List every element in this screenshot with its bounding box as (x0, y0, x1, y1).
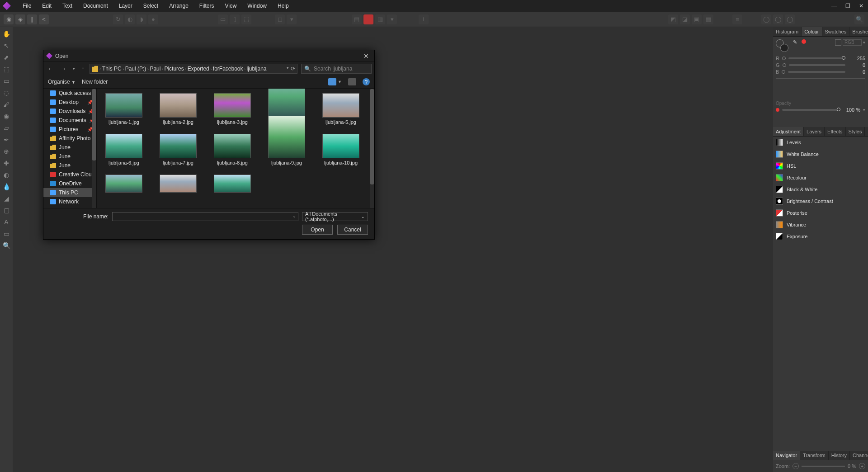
tool-icon[interactable]: ◯ (785, 14, 795, 24)
adjustment-brightness-contrast[interactable]: Brightness / Contrast (773, 195, 868, 207)
breadcrumb-segment[interactable]: Paul (150, 66, 160, 72)
breadcrumb-segment[interactable]: This PC (102, 66, 122, 72)
tool-icon[interactable]: ◯ (773, 14, 783, 24)
sidebar-item-creative-cloud-fil[interactable]: Creative Cloud Fil (43, 170, 96, 179)
blur-tool-icon[interactable]: 💧 (2, 183, 10, 191)
sidebar-item-quick-access[interactable]: Quick access (43, 89, 96, 98)
menu-document[interactable]: Document (78, 0, 113, 12)
tool-icon[interactable] (363, 14, 373, 24)
menu-edit[interactable]: Edit (37, 0, 57, 12)
open-button[interactable]: Open (302, 225, 333, 235)
tab-colour[interactable]: Colour (802, 27, 822, 36)
file-item[interactable]: ljubljana-1.jpg (105, 93, 143, 125)
sidebar-item-network[interactable]: Network (43, 197, 96, 206)
file-item[interactable]: ljubljana-5.jpg (322, 93, 360, 125)
persona-photo-icon[interactable]: ◉ (4, 14, 14, 24)
persona-export-icon[interactable]: < (39, 14, 49, 24)
preview-pane-button[interactable] (348, 78, 356, 85)
maximize-button[interactable]: ❐ (841, 0, 854, 12)
tool-icon[interactable]: ▭ (218, 14, 228, 24)
tab-histogram[interactable]: Histogram (773, 27, 802, 36)
close-button[interactable]: ✕ (854, 0, 868, 12)
tab-layers[interactable]: Layers (804, 127, 825, 136)
sidebar-item-desktop[interactable]: Desktop📌 (43, 98, 96, 107)
file-item[interactable]: ljubljana-10.jpg (322, 134, 360, 165)
r-slider[interactable] (788, 57, 845, 59)
breadcrumb-segment[interactable]: Pictures (164, 66, 184, 72)
persona-develop-icon[interactable]: ∥ (27, 14, 37, 24)
adjustment-white-balance[interactable]: White Balance (773, 148, 868, 160)
dialog-close-button[interactable]: ✕ (361, 52, 372, 60)
minimize-button[interactable]: — (827, 0, 841, 12)
sidebar-item-june[interactable]: June (43, 152, 96, 161)
file-item[interactable]: ljubljana-6.jpg (105, 134, 143, 165)
menu-layer[interactable]: Layer (113, 0, 138, 12)
tool-icon[interactable]: ◪ (680, 14, 690, 24)
adjustment-hsl[interactable]: HSL (773, 160, 868, 172)
tab-styles[interactable]: Styles (846, 127, 865, 136)
menu-arrange[interactable]: Arrange (164, 0, 194, 12)
file-item[interactable]: ljubljana-7.jpg (159, 134, 197, 165)
tab-adjustment[interactable]: Adjustment (773, 127, 804, 136)
adjustment-levels[interactable]: Levels (773, 137, 868, 148)
tool-icon[interactable]: i (419, 14, 429, 24)
breadcrumb-segment[interactable]: Exported (188, 66, 209, 72)
g-slider[interactable] (789, 64, 845, 66)
breadcrumb-segment[interactable]: ljubljana (247, 66, 267, 72)
adjustment-vibrance[interactable]: Vibrance (773, 219, 868, 231)
brush-tool-icon[interactable]: 🖌 (2, 100, 10, 109)
sidebar-item-june[interactable]: June (43, 161, 96, 170)
persona-liquify-icon[interactable]: ◈ (15, 14, 25, 24)
mode-dropdown[interactable]: RGB (843, 39, 862, 46)
filelist-scrollbar[interactable] (370, 89, 374, 208)
sidebar-item-downloads[interactable]: Downloads📌 (43, 107, 96, 116)
gradient-tool-icon[interactable]: ▱ (2, 124, 10, 132)
color-picker-icon[interactable]: ⬈ (2, 53, 10, 61)
tab-history[interactable]: History (829, 451, 850, 460)
breadcrumb-segment[interactable]: Paul (P:) (125, 66, 146, 72)
adjustment-exposure[interactable]: Exposure (773, 231, 868, 242)
adjustment-posterise[interactable]: Posterise (773, 207, 868, 219)
breadcrumb-bar[interactable]: › This PC › Paul (P:) › Paul › Pictures … (90, 64, 297, 74)
flood-tool-icon[interactable]: ◉ (2, 112, 10, 120)
file-list[interactable]: ljubljana-1.jpgljubljana-2.jpgljubljana-… (97, 89, 374, 208)
text-tool-icon[interactable]: A (2, 218, 10, 226)
tab-effects[interactable]: Effects (825, 127, 845, 136)
file-item[interactable]: ljubljana-3.jpg (213, 93, 251, 125)
tool-icon[interactable]: ◐ (125, 14, 135, 24)
selection-tool-icon[interactable]: ▭ (2, 77, 10, 85)
tool-icon[interactable]: ▯ (230, 14, 240, 24)
tab-transform[interactable]: Transform (800, 451, 829, 460)
view-mode-button[interactable]: ▼ (328, 78, 342, 85)
nav-history-dropdown[interactable]: ▾ (71, 66, 76, 71)
opacity-slider[interactable] (782, 109, 840, 111)
menu-text[interactable]: Text (57, 0, 78, 12)
tool-icon[interactable]: ◯ (761, 14, 771, 24)
menu-filters[interactable]: Filters (194, 0, 220, 12)
cancel-button[interactable]: Cancel (337, 225, 368, 235)
search-input[interactable]: 🔍 Search ljubljana (301, 64, 372, 74)
adjustment-black-white[interactable]: Black & White (773, 184, 868, 195)
b-slider[interactable] (788, 71, 845, 73)
file-item[interactable]: ljubljana-8.jpg (213, 134, 251, 165)
tool-icon[interactable]: ▥ (375, 14, 385, 24)
zoom-in-button[interactable]: + (859, 463, 865, 469)
dodge-tool-icon[interactable]: ◐ (2, 171, 10, 179)
move-tool-icon[interactable]: ↖ (2, 42, 10, 50)
tab-navigator[interactable]: Navigator (773, 451, 800, 460)
menu-help[interactable]: Help (272, 0, 294, 12)
new-folder-button[interactable]: New folder (82, 79, 108, 85)
breadcrumb-segment[interactable]: forFacebook (213, 66, 243, 72)
tool-icon[interactable]: ▦ (703, 14, 713, 24)
file-item[interactable]: ljubljana-9.jpg (268, 134, 306, 165)
sidebar-scrollbar[interactable] (92, 89, 96, 208)
menu-file[interactable]: File (17, 0, 37, 12)
tool-icon[interactable]: ◩ (668, 14, 678, 24)
dropdown-icon[interactable]: ▾ (287, 14, 297, 24)
menu-select[interactable]: Select (138, 0, 164, 12)
organise-button[interactable]: Organise ▼ (48, 79, 75, 85)
nav-back-button[interactable]: ← (46, 65, 55, 72)
file-item[interactable]: ljubljana-2.jpg (159, 93, 197, 125)
filename-input[interactable]: ⌄ (112, 212, 298, 221)
hand-tool-icon[interactable]: ✋ (2, 30, 10, 38)
